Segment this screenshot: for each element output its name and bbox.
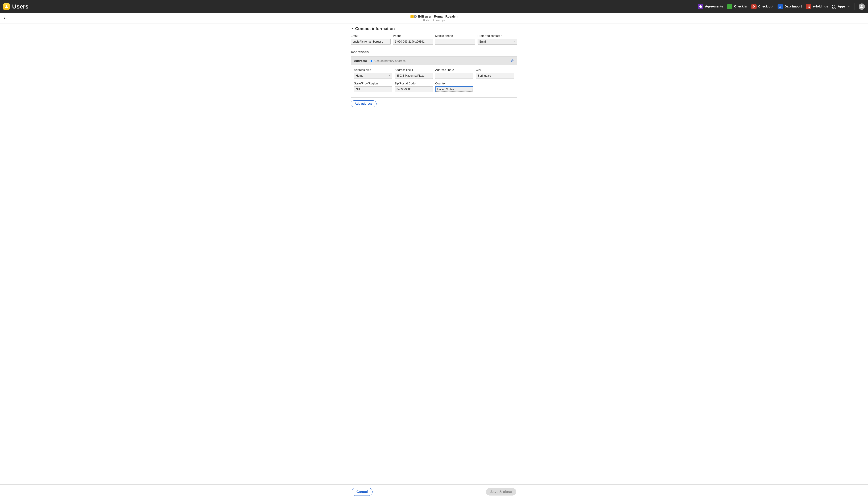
email-label: Email* [351, 34, 391, 38]
address-line1-field[interactable] [394, 73, 433, 79]
address-header: Address1 Use as primary address [351, 57, 517, 65]
city-field[interactable] [476, 73, 514, 79]
eholdings-icon [806, 4, 811, 9]
checkin-icon [727, 4, 732, 9]
email-field[interactable] [351, 39, 391, 45]
nav-apps[interactable]: Apps [832, 5, 850, 9]
mobile-label: Mobile phone [435, 34, 475, 38]
chevron-down-icon [847, 5, 850, 8]
user-badge-icon [411, 15, 414, 18]
state-label: State/Prov/Region [354, 82, 392, 85]
users-app-icon [3, 3, 10, 10]
section-toggle-contact[interactable]: Contact information [351, 26, 517, 31]
nav-dataimport[interactable]: Data import [778, 4, 802, 9]
nav-label: Data import [784, 5, 802, 8]
country-select[interactable] [435, 86, 474, 92]
nav-eholdings[interactable]: eHoldings [806, 4, 828, 9]
nav-label: Check out [758, 5, 773, 8]
subheader-icons [411, 15, 417, 18]
profile-avatar[interactable] [859, 3, 865, 10]
subheader-user-name: Roman Rosalyn [434, 15, 457, 19]
mobile-field[interactable] [435, 39, 475, 45]
trash-icon [511, 59, 514, 63]
edit-badge-icon [414, 15, 417, 18]
nav-label: Apps [838, 5, 846, 8]
primary-address-radio[interactable]: Use as primary address [370, 59, 405, 63]
nav-label: eHoldings [813, 5, 828, 8]
nav-agreements[interactable]: Agreements [698, 4, 723, 9]
primary-address-radio-input[interactable] [370, 60, 373, 62]
checkout-icon [751, 4, 757, 9]
app-brand: Users [3, 3, 29, 10]
page-subheader: Edit user Roman Rosalyn Updated 2 days a… [0, 13, 868, 23]
nav-checkout[interactable]: Check out [751, 4, 773, 9]
chevron-up-icon [351, 27, 354, 30]
dataimport-icon [778, 4, 783, 9]
address-line2-field[interactable] [435, 73, 474, 79]
primary-address-label: Use as primary address [374, 59, 405, 63]
state-field[interactable] [354, 86, 392, 92]
subheader-edit-label: Edit user [418, 15, 431, 19]
add-address-button[interactable]: Add address [351, 100, 377, 107]
nav-label: Agreements [705, 5, 723, 8]
top-nav-items: Agreements Check in Check out Data impor… [694, 3, 865, 10]
nav-checkin[interactable]: Check in [727, 4, 747, 9]
address-type-label: Address type [354, 68, 392, 72]
subheader-title-block: Edit user Roman Rosalyn Updated 2 days a… [411, 15, 457, 22]
address-line2-label: Address line 2 [435, 68, 474, 72]
delete-address-button[interactable] [511, 59, 514, 63]
preferred-contact-select[interactable] [478, 39, 517, 45]
nav-label: Check in [734, 5, 747, 8]
phone-field[interactable] [393, 39, 433, 45]
zip-field[interactable] [394, 86, 433, 92]
address-type-select[interactable] [354, 73, 392, 79]
addresses-heading: Addresses [351, 50, 517, 54]
app-title: Users [12, 3, 29, 10]
preferred-contact-label: Preferred contact * [478, 34, 517, 38]
country-label: Country [435, 82, 474, 85]
top-nav-bar: Users Agreements Check in Check out Data… [0, 0, 868, 13]
phone-label: Phone [393, 34, 433, 38]
address-name: Address1 [354, 59, 367, 63]
back-button[interactable] [3, 16, 8, 20]
city-label: City [476, 68, 514, 72]
address-block-1: Address1 Use as primary address Address … [351, 57, 517, 98]
zip-label: Zip/Postal Code [394, 82, 433, 85]
form-content: Contact information Email* Phone Mobile … [351, 23, 517, 128]
apps-grid-icon [832, 5, 836, 9]
updated-text: Updated 2 days ago [411, 19, 457, 22]
section-title: Contact information [355, 26, 395, 31]
address-line1-label: Address line 1 [394, 68, 433, 72]
agreements-icon [698, 4, 703, 9]
